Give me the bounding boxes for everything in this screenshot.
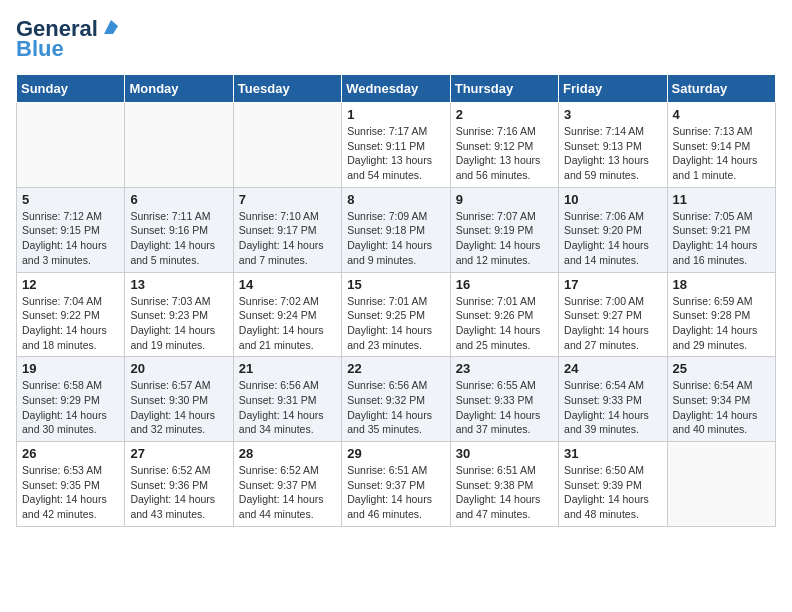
cell-number: 31 — [564, 446, 661, 461]
cell-info: Sunrise: 6:59 AMSunset: 9:28 PMDaylight:… — [673, 294, 770, 353]
calendar-cell: 29Sunrise: 6:51 AMSunset: 9:37 PMDayligh… — [342, 442, 450, 527]
calendar-cell: 31Sunrise: 6:50 AMSunset: 9:39 PMDayligh… — [559, 442, 667, 527]
cell-info: Sunrise: 6:52 AMSunset: 9:37 PMDaylight:… — [239, 463, 336, 522]
header-sunday: Sunday — [17, 75, 125, 103]
cell-info: Sunrise: 7:07 AMSunset: 9:19 PMDaylight:… — [456, 209, 553, 268]
calendar-cell: 8Sunrise: 7:09 AMSunset: 9:18 PMDaylight… — [342, 187, 450, 272]
cell-info: Sunrise: 7:04 AMSunset: 9:22 PMDaylight:… — [22, 294, 119, 353]
cell-number: 27 — [130, 446, 227, 461]
header-friday: Friday — [559, 75, 667, 103]
calendar-cell — [17, 103, 125, 188]
calendar-cell: 10Sunrise: 7:06 AMSunset: 9:20 PMDayligh… — [559, 187, 667, 272]
cell-number: 2 — [456, 107, 553, 122]
cell-number: 23 — [456, 361, 553, 376]
cell-number: 26 — [22, 446, 119, 461]
cell-info: Sunrise: 6:56 AMSunset: 9:32 PMDaylight:… — [347, 378, 444, 437]
calendar-cell: 30Sunrise: 6:51 AMSunset: 9:38 PMDayligh… — [450, 442, 558, 527]
calendar-cell: 5Sunrise: 7:12 AMSunset: 9:15 PMDaylight… — [17, 187, 125, 272]
calendar-cell: 17Sunrise: 7:00 AMSunset: 9:27 PMDayligh… — [559, 272, 667, 357]
calendar-cell: 12Sunrise: 7:04 AMSunset: 9:22 PMDayligh… — [17, 272, 125, 357]
cell-number: 25 — [673, 361, 770, 376]
logo-blue: Blue — [16, 36, 64, 62]
cell-info: Sunrise: 7:12 AMSunset: 9:15 PMDaylight:… — [22, 209, 119, 268]
cell-info: Sunrise: 7:11 AMSunset: 9:16 PMDaylight:… — [130, 209, 227, 268]
calendar-cell: 26Sunrise: 6:53 AMSunset: 9:35 PMDayligh… — [17, 442, 125, 527]
calendar-cell: 18Sunrise: 6:59 AMSunset: 9:28 PMDayligh… — [667, 272, 775, 357]
cell-number: 4 — [673, 107, 770, 122]
calendar-cell — [125, 103, 233, 188]
cell-info: Sunrise: 7:10 AMSunset: 9:17 PMDaylight:… — [239, 209, 336, 268]
calendar-cell: 23Sunrise: 6:55 AMSunset: 9:33 PMDayligh… — [450, 357, 558, 442]
cell-info: Sunrise: 6:52 AMSunset: 9:36 PMDaylight:… — [130, 463, 227, 522]
cell-number: 5 — [22, 192, 119, 207]
header-saturday: Saturday — [667, 75, 775, 103]
cell-number: 15 — [347, 277, 444, 292]
cell-info: Sunrise: 6:58 AMSunset: 9:29 PMDaylight:… — [22, 378, 119, 437]
cell-info: Sunrise: 7:05 AMSunset: 9:21 PMDaylight:… — [673, 209, 770, 268]
cell-number: 14 — [239, 277, 336, 292]
cell-info: Sunrise: 7:06 AMSunset: 9:20 PMDaylight:… — [564, 209, 661, 268]
cell-number: 17 — [564, 277, 661, 292]
cell-info: Sunrise: 6:51 AMSunset: 9:37 PMDaylight:… — [347, 463, 444, 522]
calendar-cell: 25Sunrise: 6:54 AMSunset: 9:34 PMDayligh… — [667, 357, 775, 442]
header-wednesday: Wednesday — [342, 75, 450, 103]
calendar-cell: 21Sunrise: 6:56 AMSunset: 9:31 PMDayligh… — [233, 357, 341, 442]
calendar-cell: 7Sunrise: 7:10 AMSunset: 9:17 PMDaylight… — [233, 187, 341, 272]
svg-marker-0 — [104, 20, 118, 34]
cell-info: Sunrise: 6:57 AMSunset: 9:30 PMDaylight:… — [130, 378, 227, 437]
calendar-cell: 1Sunrise: 7:17 AMSunset: 9:11 PMDaylight… — [342, 103, 450, 188]
calendar-cell: 20Sunrise: 6:57 AMSunset: 9:30 PMDayligh… — [125, 357, 233, 442]
cell-number: 12 — [22, 277, 119, 292]
calendar-cell: 22Sunrise: 6:56 AMSunset: 9:32 PMDayligh… — [342, 357, 450, 442]
cell-number: 13 — [130, 277, 227, 292]
calendar-cell: 15Sunrise: 7:01 AMSunset: 9:25 PMDayligh… — [342, 272, 450, 357]
calendar-cell: 16Sunrise: 7:01 AMSunset: 9:26 PMDayligh… — [450, 272, 558, 357]
cell-number: 10 — [564, 192, 661, 207]
calendar-cell: 11Sunrise: 7:05 AMSunset: 9:21 PMDayligh… — [667, 187, 775, 272]
cell-number: 20 — [130, 361, 227, 376]
cell-info: Sunrise: 7:02 AMSunset: 9:24 PMDaylight:… — [239, 294, 336, 353]
cell-info: Sunrise: 7:00 AMSunset: 9:27 PMDaylight:… — [564, 294, 661, 353]
cell-info: Sunrise: 7:03 AMSunset: 9:23 PMDaylight:… — [130, 294, 227, 353]
cell-info: Sunrise: 6:54 AMSunset: 9:34 PMDaylight:… — [673, 378, 770, 437]
calendar-cell: 28Sunrise: 6:52 AMSunset: 9:37 PMDayligh… — [233, 442, 341, 527]
cell-number: 11 — [673, 192, 770, 207]
cell-info: Sunrise: 6:55 AMSunset: 9:33 PMDaylight:… — [456, 378, 553, 437]
calendar-week-1: 1Sunrise: 7:17 AMSunset: 9:11 PMDaylight… — [17, 103, 776, 188]
calendar-header-row: SundayMondayTuesdayWednesdayThursdayFrid… — [17, 75, 776, 103]
cell-info: Sunrise: 6:53 AMSunset: 9:35 PMDaylight:… — [22, 463, 119, 522]
calendar: SundayMondayTuesdayWednesdayThursdayFrid… — [16, 74, 776, 527]
cell-info: Sunrise: 6:51 AMSunset: 9:38 PMDaylight:… — [456, 463, 553, 522]
calendar-cell: 3Sunrise: 7:14 AMSunset: 9:13 PMDaylight… — [559, 103, 667, 188]
header: General Blue — [16, 16, 776, 62]
cell-info: Sunrise: 7:13 AMSunset: 9:14 PMDaylight:… — [673, 124, 770, 183]
cell-info: Sunrise: 7:09 AMSunset: 9:18 PMDaylight:… — [347, 209, 444, 268]
logo: General Blue — [16, 16, 122, 62]
calendar-week-4: 19Sunrise: 6:58 AMSunset: 9:29 PMDayligh… — [17, 357, 776, 442]
cell-number: 3 — [564, 107, 661, 122]
logo-icon — [100, 16, 122, 38]
calendar-week-3: 12Sunrise: 7:04 AMSunset: 9:22 PMDayligh… — [17, 272, 776, 357]
cell-number: 28 — [239, 446, 336, 461]
cell-number: 16 — [456, 277, 553, 292]
calendar-cell: 13Sunrise: 7:03 AMSunset: 9:23 PMDayligh… — [125, 272, 233, 357]
calendar-cell: 2Sunrise: 7:16 AMSunset: 9:12 PMDaylight… — [450, 103, 558, 188]
cell-number: 19 — [22, 361, 119, 376]
calendar-cell: 19Sunrise: 6:58 AMSunset: 9:29 PMDayligh… — [17, 357, 125, 442]
cell-number: 24 — [564, 361, 661, 376]
cell-number: 30 — [456, 446, 553, 461]
calendar-cell — [667, 442, 775, 527]
cell-info: Sunrise: 6:50 AMSunset: 9:39 PMDaylight:… — [564, 463, 661, 522]
cell-info: Sunrise: 7:01 AMSunset: 9:26 PMDaylight:… — [456, 294, 553, 353]
cell-info: Sunrise: 6:54 AMSunset: 9:33 PMDaylight:… — [564, 378, 661, 437]
calendar-cell — [233, 103, 341, 188]
calendar-cell: 14Sunrise: 7:02 AMSunset: 9:24 PMDayligh… — [233, 272, 341, 357]
calendar-week-2: 5Sunrise: 7:12 AMSunset: 9:15 PMDaylight… — [17, 187, 776, 272]
cell-number: 6 — [130, 192, 227, 207]
cell-info: Sunrise: 7:14 AMSunset: 9:13 PMDaylight:… — [564, 124, 661, 183]
cell-info: Sunrise: 7:16 AMSunset: 9:12 PMDaylight:… — [456, 124, 553, 183]
cell-number: 22 — [347, 361, 444, 376]
calendar-week-5: 26Sunrise: 6:53 AMSunset: 9:35 PMDayligh… — [17, 442, 776, 527]
cell-info: Sunrise: 7:01 AMSunset: 9:25 PMDaylight:… — [347, 294, 444, 353]
header-monday: Monday — [125, 75, 233, 103]
